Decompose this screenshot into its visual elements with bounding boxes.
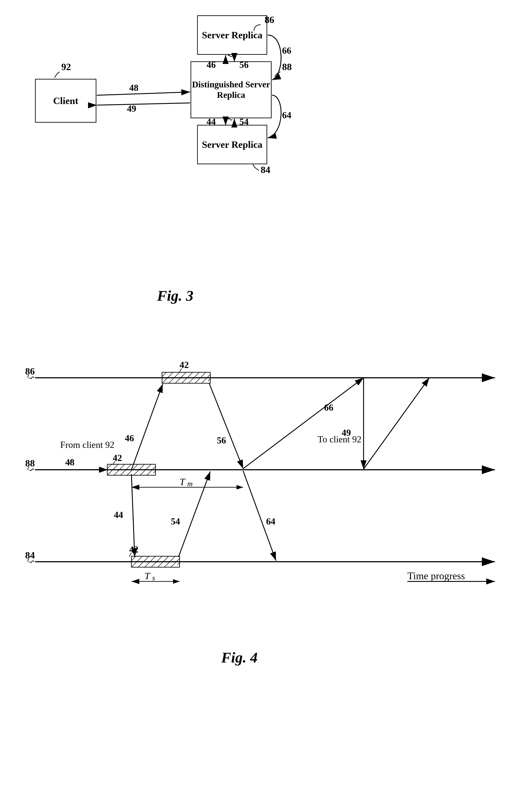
svg-text:92: 92: [61, 61, 71, 72]
svg-line-6: [97, 92, 190, 95]
svg-text:To client 92: To client 92: [318, 434, 361, 444]
svg-text:From client 92: From client 92: [60, 440, 114, 450]
svg-text:42: 42: [179, 360, 189, 370]
svg-line-44: [147, 466, 155, 475]
fig4-svg: 86 88 84 42 42 42 46 48 56 66 64 44 54: [13, 328, 526, 767]
svg-text:Fig. 4: Fig. 4: [221, 649, 258, 666]
svg-text:44: 44: [207, 117, 216, 127]
svg-text:42: 42: [113, 453, 122, 463]
svg-text:84: 84: [25, 550, 35, 561]
svg-line-54: [171, 558, 179, 567]
svg-text:86: 86: [265, 15, 274, 25]
svg-text:66: 66: [282, 45, 291, 56]
svg-line-80: [364, 378, 429, 469]
svg-line-59: [243, 378, 364, 469]
svg-text:84: 84: [261, 165, 270, 175]
svg-line-34: [202, 374, 210, 383]
svg-text:66: 66: [324, 403, 334, 412]
svg-line-61: [243, 471, 276, 561]
svg-text:54: 54: [171, 516, 180, 526]
svg-text:56: 56: [217, 435, 226, 445]
svg-text:46: 46: [207, 60, 216, 70]
svg-line-37: [107, 464, 112, 469]
fig4-diagram: 86 88 84 42 42 42 46 48 56 66 64 44 54: [13, 328, 526, 767]
fig3-caption: Fig. 3: [110, 287, 241, 304]
svg-line-57: [209, 383, 243, 469]
svg-text:T: T: [145, 571, 151, 581]
svg-text:54: 54: [240, 117, 249, 127]
svg-text:Time progress: Time progress: [407, 570, 465, 581]
svg-text:T: T: [179, 477, 186, 487]
fig3-diagram: Server Replica Distinguished ServerRepli…: [22, 13, 504, 309]
svg-text:44: 44: [114, 510, 123, 520]
svg-text:46: 46: [125, 433, 134, 443]
svg-text:m: m: [187, 480, 193, 488]
svg-text:88: 88: [282, 61, 292, 72]
svg-text:86: 86: [25, 366, 35, 377]
svg-line-56: [131, 384, 163, 470]
svg-line-7: [97, 103, 190, 105]
svg-text:64: 64: [282, 110, 291, 120]
svg-text:48: 48: [129, 83, 138, 93]
svg-text:64: 64: [266, 516, 275, 526]
fig3-arrows: 86 88 84 92 48 49 46 56 44: [22, 13, 504, 309]
svg-text:s: s: [152, 574, 155, 582]
svg-text:49: 49: [127, 103, 136, 114]
svg-text:88: 88: [25, 458, 35, 469]
svg-line-27: [162, 372, 167, 377]
svg-text:42: 42: [129, 544, 138, 555]
svg-line-47: [131, 556, 136, 561]
svg-text:56: 56: [240, 60, 249, 70]
